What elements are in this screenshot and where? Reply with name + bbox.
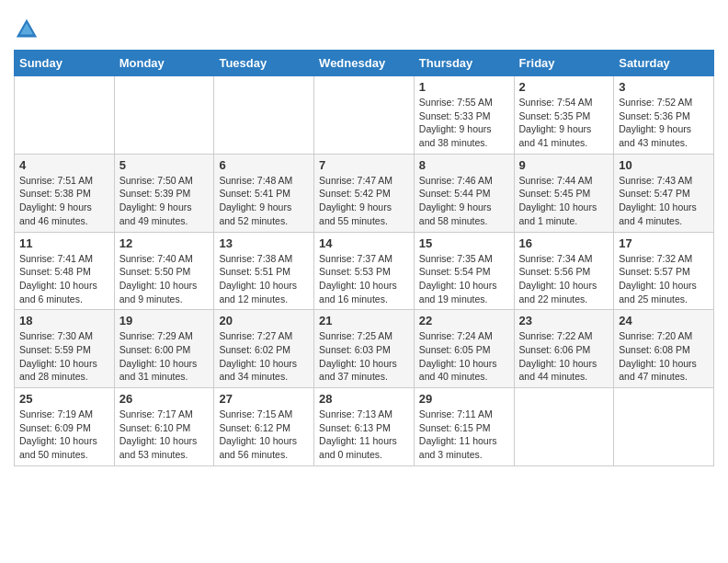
calendar-day-cell (214, 76, 314, 155)
calendar-day-header: Tuesday (214, 51, 314, 76)
day-info: Sunrise: 7:43 AM Sunset: 5:47 PM Dayligh… (619, 174, 709, 228)
day-number: 29 (419, 392, 509, 406)
logo-icon (14, 17, 40, 42)
calendar-day-header: Wednesday (314, 51, 415, 76)
day-number: 14 (319, 236, 409, 250)
day-number: 18 (19, 314, 109, 327)
calendar-day-cell: 22Sunrise: 7:24 AM Sunset: 6:05 PM Dayli… (414, 310, 514, 388)
day-number: 3 (619, 80, 709, 94)
day-number: 9 (519, 158, 609, 172)
day-info: Sunrise: 7:15 AM Sunset: 6:12 PM Dayligh… (219, 408, 309, 462)
calendar-day-cell: 21Sunrise: 7:25 AM Sunset: 6:03 PM Dayli… (314, 310, 415, 388)
day-number: 17 (619, 236, 709, 250)
calendar-day-cell: 18Sunrise: 7:30 AM Sunset: 5:59 PM Dayli… (15, 310, 115, 388)
day-number: 24 (619, 314, 709, 327)
day-number: 26 (119, 392, 210, 406)
calendar-table: SundayMondayTuesdayWednesdayThursdayFrid… (14, 50, 714, 466)
day-number: 13 (219, 236, 309, 250)
calendar-week-row: 1Sunrise: 7:55 AM Sunset: 5:33 PM Daylig… (15, 76, 714, 155)
calendar-day-cell: 16Sunrise: 7:34 AM Sunset: 5:56 PM Dayli… (514, 232, 614, 310)
day-info: Sunrise: 7:29 AM Sunset: 6:00 PM Dayligh… (119, 329, 210, 384)
day-info: Sunrise: 7:50 AM Sunset: 5:39 PM Dayligh… (119, 174, 210, 228)
day-number: 11 (19, 236, 109, 250)
day-info: Sunrise: 7:32 AM Sunset: 5:57 PM Dayligh… (619, 252, 709, 306)
calendar-week-row: 18Sunrise: 7:30 AM Sunset: 5:59 PM Dayli… (15, 310, 714, 388)
calendar-header-row: SundayMondayTuesdayWednesdayThursdayFrid… (15, 51, 714, 76)
day-info: Sunrise: 7:51 AM Sunset: 5:38 PM Dayligh… (19, 174, 109, 228)
day-info: Sunrise: 7:46 AM Sunset: 5:44 PM Dayligh… (419, 174, 509, 228)
calendar-day-cell: 7Sunrise: 7:47 AM Sunset: 5:42 PM Daylig… (314, 154, 415, 232)
calendar-day-cell: 27Sunrise: 7:15 AM Sunset: 6:12 PM Dayli… (214, 388, 314, 466)
logo (14, 17, 43, 42)
calendar-day-cell: 12Sunrise: 7:40 AM Sunset: 5:50 PM Dayli… (114, 232, 214, 310)
day-info: Sunrise: 7:41 AM Sunset: 5:48 PM Dayligh… (19, 252, 109, 306)
day-number: 20 (219, 314, 309, 327)
calendar-week-row: 11Sunrise: 7:41 AM Sunset: 5:48 PM Dayli… (15, 232, 714, 310)
day-number: 5 (119, 158, 210, 172)
calendar-day-cell: 2Sunrise: 7:54 AM Sunset: 5:35 PM Daylig… (514, 76, 614, 155)
calendar-day-cell (114, 76, 214, 155)
calendar-day-cell: 1Sunrise: 7:55 AM Sunset: 5:33 PM Daylig… (414, 76, 514, 155)
calendar-day-cell: 19Sunrise: 7:29 AM Sunset: 6:00 PM Dayli… (114, 310, 214, 388)
calendar-day-cell: 29Sunrise: 7:11 AM Sunset: 6:15 PM Dayli… (414, 388, 514, 466)
day-number: 4 (19, 158, 109, 172)
day-info: Sunrise: 7:34 AM Sunset: 5:56 PM Dayligh… (519, 252, 609, 306)
calendar-day-cell: 10Sunrise: 7:43 AM Sunset: 5:47 PM Dayli… (614, 154, 714, 232)
day-info: Sunrise: 7:30 AM Sunset: 5:59 PM Dayligh… (19, 329, 109, 384)
calendar-day-header: Sunday (15, 51, 115, 76)
calendar-day-cell: 15Sunrise: 7:35 AM Sunset: 5:54 PM Dayli… (414, 232, 514, 310)
calendar-day-cell (314, 76, 415, 155)
calendar-day-cell: 6Sunrise: 7:48 AM Sunset: 5:41 PM Daylig… (214, 154, 314, 232)
calendar-day-cell: 28Sunrise: 7:13 AM Sunset: 6:13 PM Dayli… (314, 388, 415, 466)
calendar-day-cell: 11Sunrise: 7:41 AM Sunset: 5:48 PM Dayli… (15, 232, 115, 310)
calendar-day-cell (15, 76, 115, 155)
day-number: 23 (519, 314, 609, 327)
calendar-day-cell: 23Sunrise: 7:22 AM Sunset: 6:06 PM Dayli… (514, 310, 614, 388)
calendar-day-cell: 17Sunrise: 7:32 AM Sunset: 5:57 PM Dayli… (614, 232, 714, 310)
day-info: Sunrise: 7:55 AM Sunset: 5:33 PM Dayligh… (419, 96, 509, 150)
day-info: Sunrise: 7:13 AM Sunset: 6:13 PM Dayligh… (319, 408, 409, 462)
day-number: 25 (19, 392, 109, 406)
day-number: 1 (419, 80, 509, 94)
day-info: Sunrise: 7:48 AM Sunset: 5:41 PM Dayligh… (219, 174, 309, 228)
day-info: Sunrise: 7:54 AM Sunset: 5:35 PM Dayligh… (519, 96, 609, 150)
calendar-week-row: 25Sunrise: 7:19 AM Sunset: 6:09 PM Dayli… (15, 388, 714, 466)
calendar-day-cell: 5Sunrise: 7:50 AM Sunset: 5:39 PM Daylig… (114, 154, 214, 232)
calendar-day-cell: 20Sunrise: 7:27 AM Sunset: 6:02 PM Dayli… (214, 310, 314, 388)
calendar-day-cell: 3Sunrise: 7:52 AM Sunset: 5:36 PM Daylig… (614, 76, 714, 155)
calendar-day-cell: 25Sunrise: 7:19 AM Sunset: 6:09 PM Dayli… (15, 388, 115, 466)
calendar-day-header: Thursday (414, 51, 514, 76)
day-info: Sunrise: 7:27 AM Sunset: 6:02 PM Dayligh… (219, 329, 309, 384)
day-info: Sunrise: 7:20 AM Sunset: 6:08 PM Dayligh… (619, 329, 709, 384)
calendar-day-cell: 4Sunrise: 7:51 AM Sunset: 5:38 PM Daylig… (15, 154, 115, 232)
day-number: 10 (619, 158, 709, 172)
calendar-day-header: Saturday (614, 51, 714, 76)
calendar-day-cell: 9Sunrise: 7:44 AM Sunset: 5:45 PM Daylig… (514, 154, 614, 232)
day-number: 8 (419, 158, 509, 172)
day-info: Sunrise: 7:24 AM Sunset: 6:05 PM Dayligh… (419, 329, 509, 384)
calendar-week-row: 4Sunrise: 7:51 AM Sunset: 5:38 PM Daylig… (15, 154, 714, 232)
day-info: Sunrise: 7:40 AM Sunset: 5:50 PM Dayligh… (119, 252, 210, 306)
day-info: Sunrise: 7:19 AM Sunset: 6:09 PM Dayligh… (19, 408, 109, 462)
day-info: Sunrise: 7:11 AM Sunset: 6:15 PM Dayligh… (419, 408, 509, 462)
calendar-day-cell: 24Sunrise: 7:20 AM Sunset: 6:08 PM Dayli… (614, 310, 714, 388)
day-info: Sunrise: 7:25 AM Sunset: 6:03 PM Dayligh… (319, 329, 409, 384)
calendar-day-cell (514, 388, 614, 466)
day-number: 22 (419, 314, 509, 327)
day-number: 12 (119, 236, 210, 250)
day-number: 28 (319, 392, 409, 406)
calendar-day-header: Friday (514, 51, 614, 76)
day-number: 16 (519, 236, 609, 250)
day-number: 27 (219, 392, 309, 406)
calendar-day-cell: 8Sunrise: 7:46 AM Sunset: 5:44 PM Daylig… (414, 154, 514, 232)
day-number: 19 (119, 314, 210, 327)
day-number: 2 (519, 80, 609, 94)
day-info: Sunrise: 7:44 AM Sunset: 5:45 PM Dayligh… (519, 174, 609, 228)
calendar-day-cell: 13Sunrise: 7:38 AM Sunset: 5:51 PM Dayli… (214, 232, 314, 310)
page-header (14, 9, 714, 42)
day-number: 15 (419, 236, 509, 250)
day-info: Sunrise: 7:52 AM Sunset: 5:36 PM Dayligh… (619, 96, 709, 150)
calendar-day-header: Monday (114, 51, 214, 76)
day-info: Sunrise: 7:35 AM Sunset: 5:54 PM Dayligh… (419, 252, 509, 306)
calendar-day-cell (614, 388, 714, 466)
